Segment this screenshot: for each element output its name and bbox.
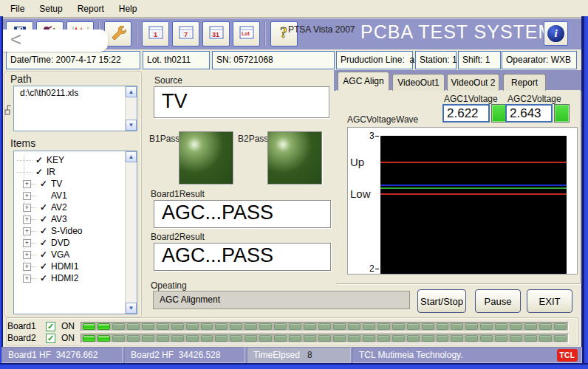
expand-plus-icon[interactable]: + <box>23 192 31 200</box>
expand-plus-icon[interactable]: + <box>23 215 31 224</box>
tree-item-vga[interactable]: +✓VGA <box>17 249 120 261</box>
tree-item-tv[interactable]: +✓TV <box>17 178 120 190</box>
b2pass-indicator <box>267 131 322 184</box>
led-segment <box>465 323 478 330</box>
board-checkbox[interactable]: ✓ <box>46 334 55 343</box>
led-segment <box>142 335 154 342</box>
agc1-voltage-input[interactable]: 2.622 <box>442 104 490 123</box>
tree-item-hdmi2[interactable]: +✓HDMI2 <box>17 272 120 284</box>
expand-plus-icon[interactable]: + <box>23 239 31 247</box>
led-segment <box>215 335 228 342</box>
report-week-button[interactable]: 7 <box>172 21 199 46</box>
tree-item-label: IR <box>47 167 55 177</box>
tab-videoout1[interactable]: VideoOut1 <box>392 74 445 91</box>
agc2-voltage-input[interactable]: 2.643 <box>505 104 553 123</box>
agc1-status-button[interactable] <box>491 104 507 123</box>
tree-item-hdmi1[interactable]: +✓HDMI1 <box>17 261 120 272</box>
report-day-button[interactable]: 1 <box>142 21 169 46</box>
check-icon: ✓ <box>34 167 44 177</box>
tree-item-av1[interactable]: +AV1 <box>17 190 120 201</box>
back-arrow-icon: < <box>10 28 21 51</box>
board-checkbox[interactable]: ✓ <box>46 322 55 331</box>
led-segment <box>186 335 199 342</box>
start-stop-button[interactable]: Start/Stop <box>417 289 466 313</box>
tree-item-label: AV1 <box>51 190 67 201</box>
led-segment <box>142 323 154 330</box>
expand-plus-icon[interactable]: + <box>23 180 31 188</box>
check-icon: ✓ <box>38 273 49 283</box>
toolbar-separator <box>264 22 266 46</box>
scroll-up-icon[interactable]: ▲ <box>126 151 137 162</box>
time-elapsed-value: 8 <box>300 350 312 360</box>
calendar-lot-icon: Lot <box>239 26 254 42</box>
scroll-down-icon[interactable]: ▼ <box>126 303 137 314</box>
exit-button[interactable]: EXIT <box>527 289 572 313</box>
settings-button[interactable] <box>104 21 131 46</box>
board-on-label: ON <box>61 321 81 331</box>
tree-scrollbar[interactable]: ▲ ▼ <box>125 151 137 314</box>
check-icon: ✓ <box>38 261 49 272</box>
led-segment <box>230 323 242 330</box>
path-listbox[interactable]: d:\cl\th0211.xls ▲ ▼ <box>13 86 137 131</box>
tree-item-s-video[interactable]: +✓S-Video <box>17 225 120 237</box>
tree-item-av2[interactable]: +✓AV2 <box>17 201 120 213</box>
operating-label: Opeating <box>151 280 187 291</box>
path-item[interactable]: d:\cl\th0211.xls <box>14 86 137 98</box>
expand-plus-icon[interactable]: + <box>23 275 31 283</box>
board-on-label: ON <box>61 333 81 343</box>
expand-plus-icon[interactable]: + <box>23 204 31 212</box>
tab-videoout2[interactable]: VideoOut 2 <box>447 74 499 91</box>
window-border-left <box>0 16 3 369</box>
check-icon: ✓ <box>34 155 44 165</box>
scroll-down-icon[interactable]: ▼ <box>126 120 137 131</box>
led-segment <box>392 335 405 342</box>
led-segment <box>304 323 316 330</box>
menu-item-setup[interactable]: Setup <box>32 1 69 16</box>
board2-result-label: Board2Result <box>151 232 205 242</box>
agc2-status-button[interactable] <box>554 104 570 123</box>
expand-plus-icon[interactable]: + <box>23 251 31 259</box>
toolbar-separator <box>136 22 137 46</box>
report-lot-button[interactable]: Lot <box>233 21 260 46</box>
tab-agc-align[interactable]: AGC Align <box>338 72 389 91</box>
board2-result-display: AGC...PASS <box>154 243 331 271</box>
shift-field: Shift: 1 <box>458 51 501 69</box>
tree-item-key[interactable]: ✓KEY <box>17 154 120 166</box>
tree-dotted-line <box>31 243 37 244</box>
about-button[interactable]: i <box>544 21 568 46</box>
tick-mark <box>375 269 379 269</box>
tree-item-ir[interactable]: ✓IR <box>17 166 120 178</box>
menu-item-report[interactable]: Report <box>70 1 112 16</box>
check-icon: ✓ <box>38 179 49 189</box>
led-segment <box>451 323 463 330</box>
tab-report[interactable]: Report <box>503 74 546 91</box>
menu-item-file[interactable]: File <box>3 1 32 16</box>
led-segment <box>201 335 213 342</box>
path-scrollbar[interactable]: ▲ ▼ <box>125 86 137 131</box>
led-segment <box>333 335 346 342</box>
lot-field: Lot. th0211 <box>143 51 210 69</box>
expand-plus-icon[interactable]: + <box>23 263 31 271</box>
tree-item-label: S-Video <box>51 226 82 236</box>
b1pass-label: B1Pass <box>149 134 180 144</box>
production-line-field: Pruduction Line: a <box>336 51 413 69</box>
back-overlay[interactable]: < <box>0 30 108 52</box>
menu-item-help[interactable]: Help <box>112 1 145 16</box>
led-segment <box>230 335 242 342</box>
app-subtitle: PTSA Vista 2007 <box>288 24 355 35</box>
tree-item-label: DVD <box>51 238 69 248</box>
agc-voltage-wave-chart: 3 2 UpLow <box>347 127 578 275</box>
items-tree[interactable]: ✓KEY✓IR+✓TV+AV1+✓AV2+✓AV3+✓S-Video+✓DVD+… <box>13 151 137 314</box>
board1-result-display: AGC...PASS <box>154 200 331 228</box>
led-segment <box>171 323 184 330</box>
tree-item-av3[interactable]: +✓AV3 <box>17 213 120 225</box>
led-segment <box>539 323 552 330</box>
tree-dotted-line <box>31 196 37 196</box>
tree-item-dvd[interactable]: +✓DVD <box>17 237 120 249</box>
tree-item-label: VGA <box>51 249 69 260</box>
pause-button[interactable]: Pause <box>475 289 521 313</box>
tree-item-label: KEY <box>47 155 64 165</box>
expand-plus-icon[interactable]: + <box>23 227 31 235</box>
report-month-button[interactable]: 31 <box>202 21 230 46</box>
scroll-up-icon[interactable]: ▲ <box>126 86 137 97</box>
